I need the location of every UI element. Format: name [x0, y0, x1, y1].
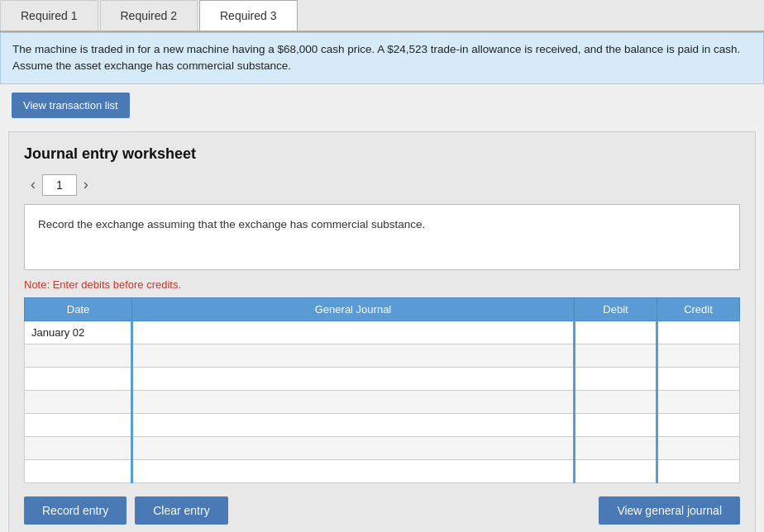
tab-required-1[interactable]: Required 1: [0, 0, 98, 31]
credit-input-1[interactable]: [658, 321, 739, 344]
credit-input-2[interactable]: [658, 344, 739, 367]
credit-input-cell-6[interactable]: [657, 436, 740, 459]
journal-input-4[interactable]: [133, 391, 573, 413]
worksheet-title: Journal entry worksheet: [24, 145, 740, 163]
credit-input-cell-7[interactable]: [657, 459, 740, 482]
tab-required-2[interactable]: Required 2: [100, 0, 198, 31]
table-row: [25, 344, 740, 367]
prev-page-arrow[interactable]: ‹: [24, 174, 42, 195]
credit-input-4[interactable]: [658, 391, 739, 413]
record-entry-button[interactable]: Record entry: [24, 496, 127, 525]
credit-input-cell-4[interactable]: [657, 390, 740, 413]
info-banner: The machine is traded in for a new machi…: [0, 32, 764, 84]
debit-input-cell-5[interactable]: [575, 413, 657, 436]
worksheet-container: Journal entry worksheet ‹ 1 › Record the…: [8, 131, 756, 533]
view-transaction-button[interactable]: View transaction list: [12, 93, 130, 118]
journal-input-2[interactable]: [133, 344, 573, 367]
page-number: 1: [42, 174, 77, 196]
date-cell-5: [25, 413, 132, 436]
journal-input-5[interactable]: [133, 414, 573, 436]
bottom-buttons: Record entry Clear entry View general jo…: [24, 496, 740, 525]
description-text: Record the exchange assuming that the ex…: [38, 218, 425, 230]
col-debit: Debit: [575, 297, 657, 321]
journal-input-cell-3[interactable]: [132, 367, 575, 390]
credit-input-cell-1[interactable]: [657, 321, 740, 344]
debit-input-1[interactable]: [575, 321, 656, 344]
table-row: [25, 436, 740, 459]
date-cell-7: [25, 459, 132, 482]
date-cell-4: [25, 390, 132, 413]
info-banner-text: The machine is traded in for a new machi…: [12, 43, 740, 72]
journal-table: Date General Journal Debit Credit Januar…: [24, 297, 740, 483]
credit-input-cell-3[interactable]: [657, 367, 740, 390]
credit-input-cell-2[interactable]: [657, 344, 740, 367]
page-navigator: ‹ 1 ›: [24, 174, 740, 196]
debit-input-cell-2[interactable]: [575, 344, 657, 367]
journal-input-cell-6[interactable]: [132, 436, 575, 459]
view-general-journal-button[interactable]: View general journal: [599, 496, 740, 525]
credit-input-3[interactable]: [658, 368, 739, 390]
journal-input-cell-5[interactable]: [132, 413, 575, 436]
debit-input-3[interactable]: [575, 368, 656, 390]
table-row: [25, 390, 740, 413]
button-spacer: [236, 496, 591, 525]
credit-input-cell-5[interactable]: [657, 413, 740, 436]
journal-input-3[interactable]: [133, 368, 573, 390]
table-row: [25, 367, 740, 390]
col-date: Date: [25, 297, 132, 321]
next-page-arrow[interactable]: ›: [77, 174, 95, 195]
debit-input-cell-4[interactable]: [575, 390, 657, 413]
col-credit: Credit: [657, 297, 740, 321]
debit-input-cell-6[interactable]: [575, 436, 657, 459]
description-box: Record the exchange assuming that the ex…: [24, 204, 740, 270]
journal-input-cell-2[interactable]: [132, 344, 575, 367]
debit-input-2[interactable]: [575, 344, 656, 367]
journal-input-7[interactable]: [133, 460, 573, 482]
debit-input-4[interactable]: [575, 391, 656, 413]
date-cell-2: [25, 344, 132, 367]
debit-input-cell-1[interactable]: [575, 321, 657, 344]
journal-input-6[interactable]: [133, 437, 573, 459]
tab-required-3[interactable]: Required 3: [199, 0, 298, 31]
journal-input-cell-4[interactable]: [132, 390, 575, 413]
date-cell-3: [25, 367, 132, 390]
table-row: January 02: [25, 321, 740, 344]
credit-input-6[interactable]: [658, 437, 739, 459]
note-text: Note: Enter debits before credits.: [24, 278, 740, 291]
debit-input-cell-3[interactable]: [575, 367, 657, 390]
date-cell-6: [25, 436, 132, 459]
debit-input-6[interactable]: [575, 437, 656, 459]
journal-input-1[interactable]: [133, 321, 573, 344]
debit-input-5[interactable]: [575, 414, 656, 436]
debit-input-cell-7[interactable]: [575, 459, 657, 482]
col-general-journal: General Journal: [132, 297, 575, 321]
table-row: [25, 459, 740, 482]
credit-input-7[interactable]: [658, 460, 739, 482]
journal-input-cell-7[interactable]: [132, 459, 575, 482]
journal-input-cell-1[interactable]: [132, 321, 575, 344]
credit-input-5[interactable]: [658, 414, 739, 436]
clear-entry-button[interactable]: Clear entry: [135, 496, 227, 525]
debit-input-7[interactable]: [575, 460, 656, 482]
tabs-container: Required 1 Required 2 Required 3: [0, 0, 764, 32]
table-row: [25, 413, 740, 436]
date-cell-1: January 02: [25, 321, 132, 344]
